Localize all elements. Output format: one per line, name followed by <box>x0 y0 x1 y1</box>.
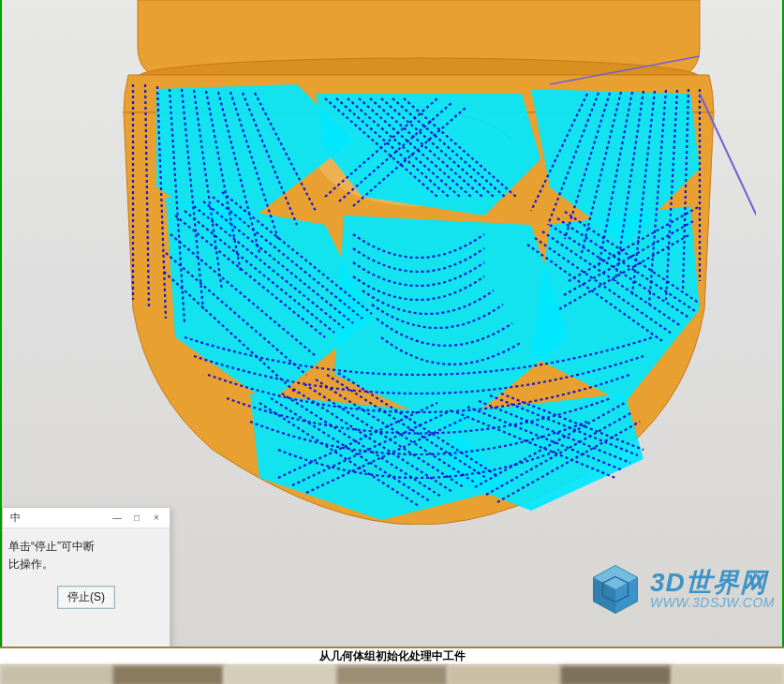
close-button[interactable]: × <box>147 511 166 526</box>
cad-viewport[interactable]: 中 — □ × 单击“停止”可中断 比操作。 停止(S) 3D世界网 WWW.3… <box>0 0 784 647</box>
dialog-text-line1: 单击“停止”可中断 <box>8 538 164 556</box>
cad-model-svg <box>44 0 756 525</box>
watermark-url: WWW.3DSJW.COM <box>650 596 775 610</box>
watermark: 3D世界网 WWW.3DSJW.COM <box>588 562 775 617</box>
status-blur-strip <box>0 665 784 684</box>
dialog-text-line2: 比操作。 <box>8 556 164 573</box>
dialog-titlebar[interactable]: 中 — □ × <box>3 508 170 528</box>
cube-logo-icon <box>588 562 643 617</box>
operation-progress-dialog: 中 — □ × 单击“停止”可中断 比操作。 停止(S) <box>2 507 170 647</box>
status-message: 从几何体组初始化处理中工件 <box>319 648 466 664</box>
stop-button[interactable]: 停止(S) <box>57 586 115 609</box>
model-display[interactable] <box>44 0 756 525</box>
maximize-button[interactable]: □ <box>127 511 146 526</box>
status-bar: 从几何体组初始化处理中工件 <box>0 647 784 684</box>
watermark-title: 3D世界网 <box>650 569 775 596</box>
dialog-body: 单击“停止”可中断 比操作。 停止(S) <box>3 528 170 615</box>
dialog-title: 中 <box>7 511 107 525</box>
minimize-button[interactable]: — <box>108 511 126 526</box>
